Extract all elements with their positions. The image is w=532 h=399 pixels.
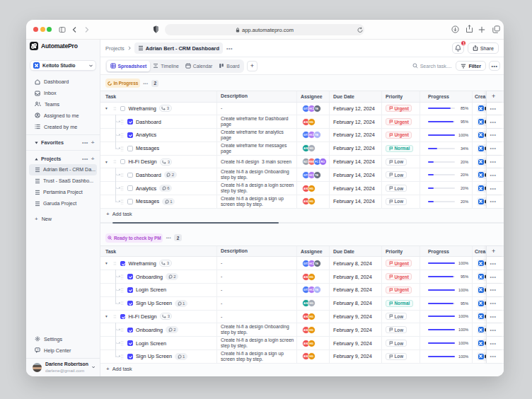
svg-text:?: ? bbox=[37, 348, 39, 352]
